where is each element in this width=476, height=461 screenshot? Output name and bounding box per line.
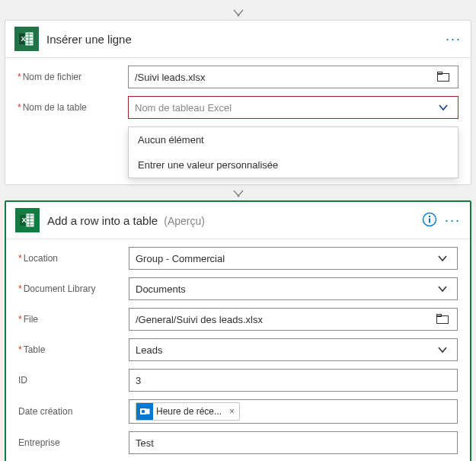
chevron-down-icon[interactable] xyxy=(434,283,451,294)
svg-rect-12 xyxy=(429,218,430,222)
svg-rect-17 xyxy=(145,409,149,414)
label-library: *Document Library xyxy=(18,283,129,294)
card-header[interactable]: X Insérer une ligne ··· xyxy=(5,21,471,58)
field-row-tablename: *Nom de la table Nom de tableau Excel xyxy=(18,96,458,119)
more-menu-icon[interactable]: ··· xyxy=(446,31,462,47)
outlook-icon xyxy=(136,403,153,420)
svg-point-11 xyxy=(429,215,430,216)
card-body: *Location Group - Commercial *Document L… xyxy=(6,239,470,461)
label-id: ID xyxy=(18,375,129,386)
chevron-down-icon[interactable] xyxy=(435,102,452,113)
action-card-add-row: X Add a row into a table (Aperçu) ··· *L… xyxy=(5,200,471,461)
folder-picker-icon[interactable] xyxy=(435,72,452,82)
field-row-id: ID 3 xyxy=(18,369,458,392)
info-icon[interactable] xyxy=(422,212,437,229)
field-row-library: *Document Library Documents xyxy=(18,277,458,300)
label-file: *File xyxy=(18,314,129,325)
input-file[interactable]: /General/Suivi des leads.xlsx xyxy=(129,308,458,331)
input-filename[interactable]: /Suivi leads.xlsx xyxy=(128,66,458,88)
label-location: *Location xyxy=(18,253,129,264)
svg-text:X: X xyxy=(21,35,26,43)
field-row-entreprise: Entreprise Test xyxy=(18,431,458,454)
action-card-insert-row: X Insérer une ligne ··· *Nom de fichier … xyxy=(5,20,471,185)
label-tablename: *Nom de la table xyxy=(18,102,128,113)
input-id[interactable]: 3 xyxy=(129,369,458,392)
svg-text:X: X xyxy=(22,216,27,224)
select-library[interactable]: Documents xyxy=(129,277,458,300)
label-entreprise: Entreprise xyxy=(18,437,129,448)
card-title: Insérer une ligne xyxy=(46,33,446,46)
card-header[interactable]: X Add a row into a table (Aperçu) ··· xyxy=(6,202,470,239)
excel-business-icon: X xyxy=(15,208,40,232)
field-row-filename: *Nom de fichier /Suivi leads.xlsx xyxy=(18,66,458,88)
field-row-table: *Table Leads xyxy=(18,338,458,361)
folder-picker-icon[interactable] xyxy=(434,314,451,325)
chevron-down-icon[interactable] xyxy=(434,344,451,355)
label-filename: *Nom de fichier xyxy=(18,72,128,82)
flow-arrow-top xyxy=(5,6,471,18)
input-date-creation[interactable]: Heure de réce... × xyxy=(129,399,458,424)
card-body: *Nom de fichier /Suivi leads.xlsx *Nom d… xyxy=(5,58,471,184)
more-menu-icon[interactable]: ··· xyxy=(445,213,461,229)
field-row-date-creation: Date création Heure de réce... × xyxy=(18,399,458,424)
svg-point-0 xyxy=(237,14,239,17)
input-entreprise[interactable]: Test xyxy=(129,431,458,454)
label-table: *Table xyxy=(18,344,129,355)
select-tablename[interactable]: Nom de tableau Excel xyxy=(128,96,458,119)
card-title: Add a row into a table (Aperçu) xyxy=(47,214,422,227)
tablename-dropdown: Aucun élément Entrer une valeur personna… xyxy=(128,126,458,178)
excel-icon: X xyxy=(14,27,39,51)
label-date-creation: Date création xyxy=(18,406,129,417)
preview-badge: (Aperçu) xyxy=(164,215,205,227)
flow-arrow-mid xyxy=(5,188,471,199)
field-row-location: *Location Group - Commercial xyxy=(18,247,458,270)
svg-point-6 xyxy=(237,195,239,197)
dropdown-option-custom[interactable]: Entrer une valeur personnalisée xyxy=(129,152,458,178)
token-remove-icon[interactable]: × xyxy=(225,406,239,417)
chevron-down-icon[interactable] xyxy=(434,253,451,264)
select-table[interactable]: Leads xyxy=(129,338,458,361)
svg-point-16 xyxy=(142,410,145,414)
dropdown-option-none[interactable]: Aucun élément xyxy=(129,127,458,152)
select-location[interactable]: Group - Commercial xyxy=(129,247,458,270)
field-row-file: *File /General/Suivi des leads.xlsx xyxy=(18,308,458,331)
dynamic-token-received-time[interactable]: Heure de réce... × xyxy=(136,402,240,421)
